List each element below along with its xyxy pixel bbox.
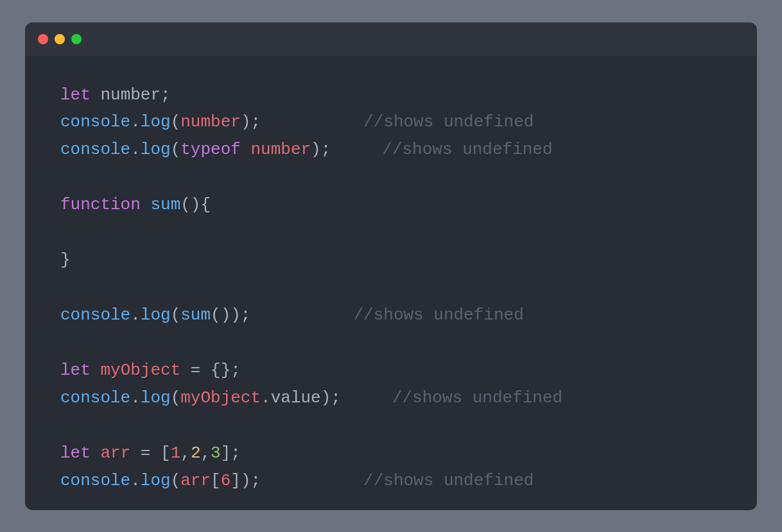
punc-comma1: , [180, 440, 191, 467]
log-fn: log [141, 108, 171, 136]
close-button[interactable] [38, 34, 48, 44]
keyword-let-2: let [60, 357, 100, 384]
keyword-let: let [60, 82, 100, 109]
log-fn-4: log [141, 384, 171, 412]
var-arr: arr [100, 440, 130, 467]
code-line-2: console.log(number);//shows undefined [60, 108, 722, 136]
var-myobject: myObject [100, 357, 180, 384]
code-line-10: console.log(arr[6]);//shows undefined [60, 467, 722, 495]
comment-4: //shows undefined [392, 384, 562, 412]
title-bar [25, 22, 757, 56]
punc-dot-value: .value); [261, 384, 341, 412]
punc-close-brace: } [60, 246, 71, 274]
blank-3 [60, 274, 722, 302]
punc-paren2: ( [171, 136, 181, 164]
fn-sum-call: sum [180, 302, 211, 329]
keyword-function: function [60, 191, 150, 219]
var-number-ref-2: number [250, 136, 311, 164]
num-3: 3 [211, 440, 221, 467]
comment-2: //shows undefined [382, 136, 552, 164]
blank-1 [60, 164, 722, 191]
comment-1: //shows undefined [363, 108, 534, 136]
var-number-decl: number; [100, 82, 170, 109]
blank-4 [60, 329, 722, 357]
punc-bracket-open: [ [211, 467, 221, 495]
punc-dot5: . [130, 467, 141, 495]
num-1: 1 [171, 440, 181, 467]
code-line-6: console.log(sum());//shows undefined [60, 302, 722, 329]
punc-dot2: . [130, 136, 141, 164]
punc-sum-call: ()); [211, 302, 250, 329]
log-fn-3: log [141, 302, 171, 329]
punc-close2: ); [311, 136, 331, 164]
code-area: let number; console.log(number);//shows … [25, 56, 757, 510]
fn-sum-name: sum [150, 191, 180, 219]
punc-assign1: = {}; [180, 357, 241, 384]
var-arr-ref: arr [180, 467, 211, 495]
code-line-4: function sum(){ [60, 191, 722, 219]
console-log-call-5: console [60, 467, 130, 495]
code-line-8: console.log(myObject.value);//shows unde… [60, 384, 722, 412]
punc-paren3: ( [171, 302, 181, 329]
blank-5 [60, 412, 722, 440]
var-myobject-ref: myObject [180, 384, 261, 412]
console-log-call-4: console [60, 384, 130, 412]
punc-paren1: ( [171, 108, 181, 136]
punc-assign2: = [ [130, 440, 170, 467]
log-fn-5: log [141, 467, 171, 495]
punc-paren5: ( [171, 467, 181, 495]
punc-fn-open: (){ [180, 191, 211, 219]
punc-paren4: ( [171, 384, 181, 412]
code-line-3: console.log(typeof number);//shows undef… [60, 136, 722, 164]
punc-dot3: . [130, 302, 141, 329]
keyword-typeof: typeof [180, 136, 250, 164]
comment-3: //shows undefined [353, 302, 523, 329]
code-line-5: } [60, 246, 722, 274]
code-line-9: let arr = [1,2,3]; [60, 440, 722, 467]
punc-dot1: . [130, 108, 141, 136]
code-editor-window: let number; console.log(number);//shows … [25, 22, 757, 510]
punc-comma2: , [200, 440, 211, 467]
log-fn-2: log [141, 136, 171, 164]
blank-2 [60, 219, 722, 246]
minimize-button[interactable] [55, 34, 65, 44]
maximize-button[interactable] [71, 34, 82, 44]
punc-close1: ); [241, 108, 261, 136]
punc-bracket-close: ]); [230, 467, 261, 495]
console-log-call-2: console [60, 136, 130, 164]
num-6: 6 [221, 467, 231, 495]
punc-dot4: . [130, 384, 141, 412]
code-line-7: let myObject = {}; [60, 357, 722, 384]
code-line-1: let number; [60, 82, 722, 109]
comment-5: //shows undefined [363, 467, 534, 495]
keyword-let-3: let [60, 440, 100, 467]
punc-arr-close: ]; [221, 440, 241, 467]
var-number-ref: number [180, 108, 241, 136]
num-2: 2 [191, 440, 201, 467]
console-log-call: console [60, 108, 130, 136]
console-log-call-3: console [60, 302, 130, 329]
